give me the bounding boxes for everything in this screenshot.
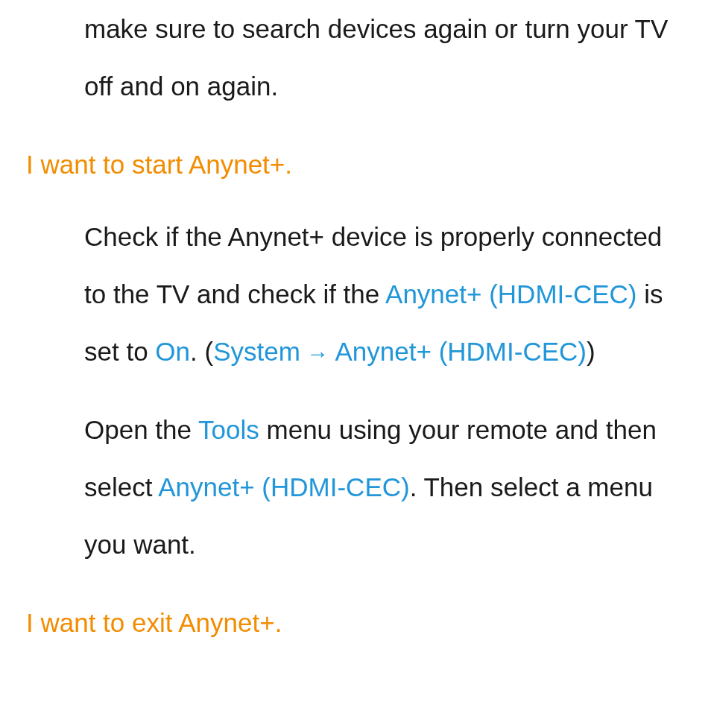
paragraph-open-tools: Open the Tools menu using your remote an… (26, 401, 685, 573)
highlight-tools: Tools (198, 415, 259, 444)
body-text: ) (587, 337, 595, 366)
highlight-anynet-hdmi-cec-path: Anynet+ (HDMI-CEC) (335, 337, 587, 366)
section-heading-start-anynet: I want to start Anynet+. (26, 136, 685, 193)
arrow-right-icon: → (300, 341, 335, 366)
paragraph-continuation: make sure to search devices again or tur… (26, 0, 685, 115)
body-text: Open the (84, 415, 198, 444)
highlight-anynet-hdmi-cec: Anynet+ (HDMI-CEC) (385, 279, 636, 308)
section-heading-exit-anynet: I want to exit Anynet+. (26, 594, 685, 651)
highlight-system: System (213, 337, 300, 366)
paragraph-check-connection: Check if the Anynet+ device is properly … (26, 208, 685, 380)
highlight-anynet-hdmi-cec-select: Anynet+ (HDMI-CEC) (158, 472, 409, 501)
document-content: make sure to search devices again or tur… (0, 0, 711, 651)
body-text: make sure to search devices again or tur… (84, 14, 668, 101)
body-text: . ( (190, 337, 213, 366)
highlight-on: On (155, 337, 190, 366)
